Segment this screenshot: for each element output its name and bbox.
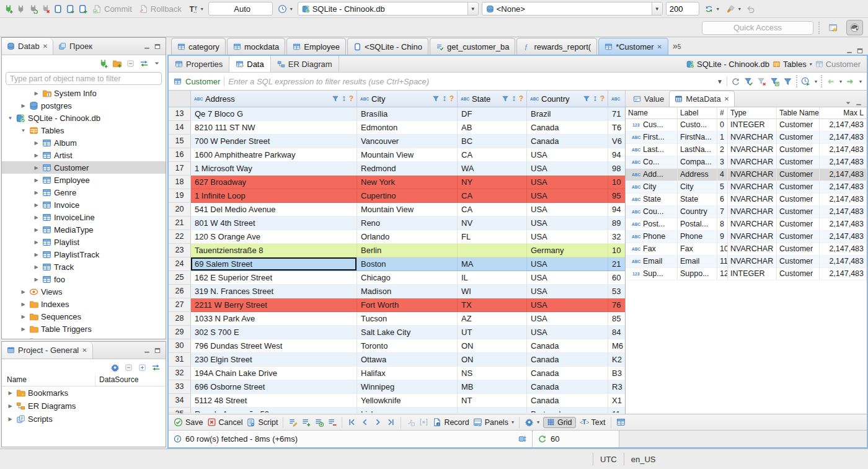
add-row-icon[interactable] [301,418,311,427]
grid-cell[interactable]: Halifax [357,367,458,380]
open-sql-script-icon[interactable] [66,4,75,14]
column-header-name[interactable]: Name [2,375,95,386]
grid-cell[interactable]: Canada [527,367,608,380]
grid-cell[interactable]: USA [527,257,608,271]
next-row-icon[interactable] [373,418,383,427]
maximize-icon[interactable] [856,47,864,55]
fetch-all-icon[interactable] [419,418,428,427]
metadata-cell[interactable]: Customer [777,243,820,256]
grid-cell[interactable]: B3 [608,367,625,380]
grid-cell[interactable]: MB [458,380,527,394]
metadata-name-cell[interactable]: ABCEmail [626,256,678,268]
row-number[interactable]: 35 [169,408,191,413]
expand-all-icon[interactable] [138,363,147,372]
metadata-cell[interactable]: 3 [717,156,728,169]
more-editors-indicator[interactable]: »5 [670,41,684,51]
grid-cell[interactable]: Brasília [357,107,458,121]
metadata-cell[interactable]: NVARCHAR [728,144,777,156]
grid-cell[interactable]: 95 [608,189,625,203]
metadata-cell[interactable]: 2,147,483 [820,243,867,256]
close-icon[interactable]: ✕ [657,43,662,50]
expand-arrow-icon[interactable]: ▶ [20,326,27,332]
metadata-column-header[interactable]: Label [678,107,717,118]
metadata-cell[interactable]: NVARCHAR [728,206,777,218]
grid-cell[interactable]: CA [458,189,527,203]
grid-cell[interactable]: USA [527,298,608,312]
save-button[interactable]: Save [174,418,203,427]
row-number[interactable]: 13 [169,107,191,121]
delete-row-icon[interactable] [327,418,337,427]
grid-cell[interactable]: 10 [608,176,625,189]
grid-cell[interactable]: 700 W Pender Street [191,135,357,148]
metadata-name-cell[interactable]: ABCLast... [626,144,678,156]
tab-project-general[interactable]: Project - General ✕ [2,342,93,359]
grid-cell[interactable]: Fort Worth [357,298,458,312]
metadata-cell[interactable]: LastNa... [678,144,717,156]
expand-arrow-icon[interactable]: ▶ [33,215,40,220]
metadata-cell[interactable]: INTEGER [728,119,777,132]
tree-item-foo[interactable]: ▶foo [2,273,166,285]
execution-plan-icon[interactable] [801,77,810,86]
text-view-button[interactable]: <T> Text [580,418,606,427]
grid-cell[interactable]: 21 [608,257,625,271]
metadata-cell[interactable]: Phone [678,231,717,243]
metadata-name-cell[interactable]: ABCPost... [626,218,678,231]
metadata-cell[interactable]: Customer [777,144,820,156]
project-item-bookmarks[interactable]: ▶Bookmarks [2,386,166,400]
last-row-icon[interactable] [386,418,396,427]
metadata-cell[interactable]: Customer [777,194,820,206]
tree-item-system-info[interactable]: ▶iSystem Info [2,87,166,99]
grid-cell[interactable]: Canada [527,135,608,148]
grid-cell[interactable]: MA [458,257,527,271]
new-connection-icon[interactable] [99,59,108,68]
metadata-column-header[interactable]: Max L [820,107,867,118]
row-number[interactable]: 29 [169,326,191,339]
connection-select[interactable]: SQLite - Chinook.db ▼ [298,2,479,16]
sql-filter-input[interactable] [228,77,712,86]
grid-cell[interactable]: Canada [527,380,608,394]
grid-corner[interactable] [169,91,191,107]
grid-view-button[interactable]: Grid [543,417,576,428]
tree-item-playlisttrack[interactable]: ▶PlaylistTrack [2,248,166,261]
expand-arrow-icon[interactable]: ▶ [33,140,40,146]
metadata-row[interactable]: 123Sup...Suppo...12INTEGERCustomer2,147,… [626,268,867,280]
refresh-button[interactable]: ▾ [702,1,721,16]
grid-cell[interactable]: 69 Salem Street [191,257,357,271]
metadata-cell[interactable]: 5 [717,181,728,194]
expand-arrow-icon[interactable]: ▶ [33,239,40,245]
grid-cell[interactable]: 194A Chain Lake Drive [191,367,357,380]
row-number[interactable]: 14 [169,121,191,135]
reconnect-icon[interactable] [29,4,38,14]
collapse-all-icon[interactable] [124,363,133,372]
metadata-row[interactable]: ABCPost...Postal...8NVARCHARCustomer2,14… [626,218,867,231]
grid-cell[interactable]: 541 Del Medio Avenue [191,203,357,217]
row-number[interactable]: 17 [169,162,191,176]
metadata-row[interactable]: ABCCo...Compa...3NVARCHARCustomer2,147,4… [626,156,867,169]
tab-properties[interactable]: Properties [169,56,229,72]
panels-button[interactable]: Panels ▾ [473,418,514,427]
grid-cell[interactable]: 76 [608,298,625,312]
new-folder-icon[interactable] [112,59,122,68]
connect-icon[interactable] [16,4,25,14]
grid-cell[interactable]: 94 [608,203,625,217]
grid-cell[interactable]: Redmond [357,162,458,176]
locale-indicator[interactable]: en_US [631,455,656,464]
metadata-row[interactable]: 123Cus...Custo...0INTEGERCustomer2,147,4… [626,119,867,132]
back-icon[interactable] [826,77,835,86]
metadata-cell[interactable]: Customer [777,256,820,268]
link-with-editor-icon[interactable] [151,363,161,372]
commit-button[interactable]: Commit [91,1,134,16]
expand-arrow-icon[interactable]: ▶ [33,202,40,208]
grid-cell[interactable]: T6 [608,121,625,135]
grid-cell[interactable]: Ottawa [357,353,458,367]
column-header-partial[interactable]: ABC [608,91,626,107]
metadata-cell[interactable]: 2,147,483 [820,144,867,156]
grid-cell[interactable]: New York [357,176,458,189]
grid-cell[interactable]: 60 [608,271,625,285]
undo-icon[interactable] [746,4,755,14]
metadata-cell[interactable]: NVARCHAR [728,256,777,268]
metadata-row[interactable]: ABCEmailEmail11NVARCHARCustomer2,147,483 [626,256,867,268]
row-number[interactable]: 22 [169,230,191,244]
grid-cell[interactable]: USA [527,176,608,189]
settings-button[interactable]: ▾ [525,418,539,427]
